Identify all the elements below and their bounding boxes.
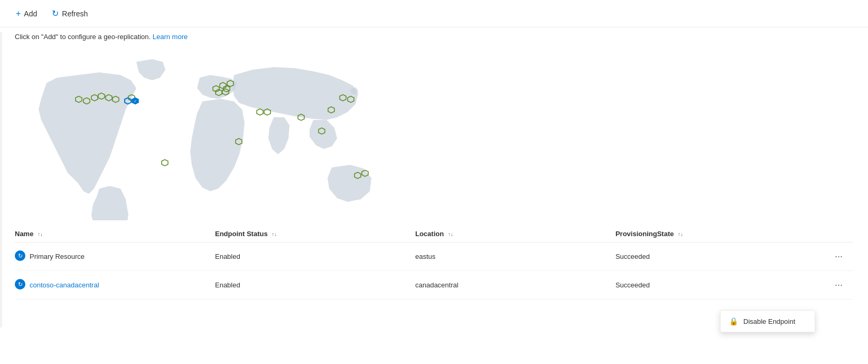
svg-text:✓: ✓	[134, 99, 137, 103]
refresh-icon: ↻	[52, 8, 59, 18]
add-button[interactable]: + Add	[11, 6, 42, 22]
cell-location: eastus	[415, 242, 615, 271]
disable-endpoint-icon: 🔒	[729, 317, 738, 325]
col-name[interactable]: Name ↑↓	[15, 226, 215, 242]
table-header-row: Name ↑↓ Endpoint Status ↑↓ Location ↑↓ P…	[15, 226, 853, 242]
disable-endpoint-menu-item[interactable]: 🔒 Disable Endpoint	[721, 313, 815, 330]
cell-provisioning-state: Succeeded	[615, 242, 816, 271]
table-section: Name ↑↓ Endpoint Status ↑↓ Location ↑↓ P…	[0, 226, 868, 300]
cell-endpoint-status: Enabled	[215, 242, 415, 271]
resource-icon: ↻	[15, 250, 25, 263]
geo-replication-table: Name ↑↓ Endpoint Status ↑↓ Location ↑↓ P…	[15, 226, 853, 300]
resource-icon: ↻	[15, 279, 25, 291]
row-ellipsis-button[interactable]: ···	[830, 249, 847, 264]
cell-actions: ···	[816, 242, 853, 271]
disable-endpoint-label: Disable Endpoint	[743, 318, 795, 325]
cell-name: ↻ contoso-canadacentral	[15, 271, 215, 300]
info-bar: Click on "Add" to configure a geo-replic…	[0, 27, 868, 46]
row-ellipsis-button[interactable]: ···	[830, 277, 847, 293]
sort-icon-location: ↑↓	[448, 231, 453, 237]
add-label: Add	[24, 10, 37, 18]
table-row: ↻ Primary Resource Enabled eastus Succee…	[15, 242, 853, 271]
cell-provisioning-state: Succeeded	[615, 271, 816, 300]
col-location[interactable]: Location ↑↓	[415, 226, 615, 242]
cell-actions: ···	[816, 271, 853, 300]
sort-icon-endpoint: ↑↓	[272, 231, 277, 237]
sort-icon-provisioning: ↑↓	[678, 231, 683, 237]
cell-name: ↻ Primary Resource	[15, 242, 215, 271]
map-svg: ✓	[15, 51, 416, 220]
context-menu: 🔒 Disable Endpoint	[720, 310, 815, 332]
svg-text:↻: ↻	[18, 253, 23, 259]
add-icon: +	[16, 9, 21, 18]
info-message: Click on "Add" to configure a geo-replic…	[15, 33, 151, 41]
cell-endpoint-status: Enabled	[215, 271, 415, 300]
sort-icon-name: ↑↓	[38, 231, 43, 237]
col-endpoint-status[interactable]: Endpoint Status ↑↓	[215, 226, 415, 242]
refresh-button[interactable]: ↻ Refresh	[46, 5, 93, 22]
world-map: ✓	[15, 51, 416, 220]
svg-text:↻: ↻	[18, 281, 23, 287]
table-row: ↻ contoso-canadacentral Enabled canadace…	[15, 271, 853, 300]
col-actions	[816, 226, 853, 242]
row-name-text: Primary Resource	[30, 253, 85, 260]
col-provisioning-state[interactable]: ProvisioningState ↑↓	[615, 226, 816, 242]
refresh-label: Refresh	[62, 10, 88, 18]
cell-location: canadacentral	[415, 271, 615, 300]
svg-marker-16	[257, 109, 263, 115]
toolbar: + Add ↻ Refresh	[0, 0, 868, 27]
row-name-link[interactable]: contoso-canadacentral	[30, 281, 99, 289]
svg-marker-24	[162, 160, 168, 166]
learn-more-link[interactable]: Learn more	[153, 33, 188, 41]
